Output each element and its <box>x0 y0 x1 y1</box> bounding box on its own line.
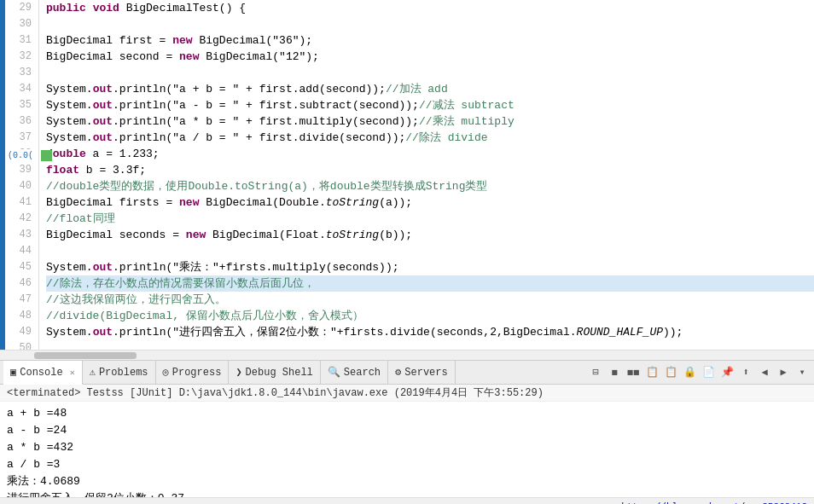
servers-tab-icon: ⚙ <box>395 366 401 379</box>
pin-icon[interactable]: 📌 <box>718 364 736 381</box>
console-tab-debug-shell[interactable]: ❯Debug Shell <box>229 361 320 385</box>
terminate-all-icon[interactable]: ◼◼ <box>625 364 642 381</box>
line-number: 37 <box>5 130 32 146</box>
code-line <box>46 243 814 259</box>
line-number: 44 <box>5 243 32 259</box>
console-tab-problems[interactable]: ⚠Problems <box>83 361 156 385</box>
code-line: //除法，存在小数点的情况需要保留小数点后面几位， <box>46 275 814 292</box>
console-output-area: a + b =48a - b =24a * b =432a / b =3乘法：4… <box>0 402 814 497</box>
scroll-lock-icon[interactable]: 🔒 <box>681 364 698 381</box>
code-line: System.out.println("乘法："+firsts.multiply… <box>46 259 814 275</box>
line-number: 32 <box>5 49 32 65</box>
console-panel: ▣Console✕⚠Problems◎Progress❯Debug Shell🔍… <box>0 360 814 504</box>
scrollbar-thumb[interactable] <box>34 352 137 359</box>
problems-tab-icon: ⚠ <box>90 366 96 379</box>
code-line <box>46 340 814 350</box>
new-page-icon[interactable]: 📄 <box>700 364 717 381</box>
line-number: 33 <box>5 65 32 81</box>
console-output-line: 进行四舍五入，保留2位小数：0.37 <box>7 490 807 497</box>
console-tab-label: Console <box>20 367 62 379</box>
collapse-icon[interactable]: ⬆ <box>737 364 754 381</box>
line-number: 39 <box>5 162 32 178</box>
prev-icon[interactable]: ◀ <box>756 364 773 381</box>
line-number: 31 <box>5 32 32 49</box>
code-line: //double类型的数据，使用Double.toString(a)，将doub… <box>46 178 814 194</box>
paste-icon[interactable]: 📋 <box>662 364 679 381</box>
console-run-header: <terminated> Testss [JUnit] D:\java\jdk1… <box>0 385 814 402</box>
code-line: public void BigDecimalTest() { <box>46 0 814 16</box>
code-line: BigDecimal firsts = new BigDecimal(Doubl… <box>46 194 814 211</box>
code-line: BigDecimal second = new BigDecimal("12")… <box>46 49 814 65</box>
console-output-line: a + b =48 <box>7 405 807 422</box>
close-tab-icon[interactable]: ✕ <box>70 368 75 378</box>
line-number: 30 <box>5 16 32 32</box>
copy-icon[interactable]: 📋 <box>643 364 660 381</box>
code-line: BigDecimal seconds = new BigDecimal(Floa… <box>46 227 814 243</box>
line-number: 46 <box>5 275 32 292</box>
code-line: double a = 1.233; <box>46 146 814 162</box>
code-line: System.out.println("a - b = " + first.su… <box>46 97 814 113</box>
next-icon[interactable]: ▶ <box>775 364 792 381</box>
left-indicator: (0.0( <box>5 149 36 162</box>
servers-tab-label: Servers <box>404 367 447 379</box>
console-tab-console[interactable]: ▣Console✕ <box>3 361 83 385</box>
code-line: //divide(BigDecimal, 保留小数点后几位小数，舍入模式） <box>46 308 814 324</box>
code-line: float b = 3.3f; <box>46 162 814 178</box>
console-tab-servers[interactable]: ⚙Servers <box>388 361 456 385</box>
console-output-line: a - b =24 <box>7 422 807 439</box>
code-editor: (0.0( 2930313233343536373839404142434445… <box>0 0 814 350</box>
line-number: 34 <box>5 81 32 97</box>
code-line: //这边我保留两位，进行四舍五入。 <box>46 292 814 308</box>
search-tab-label: Search <box>344 367 381 379</box>
search-tab-icon: 🔍 <box>328 366 340 379</box>
line-number: 48 <box>5 308 32 324</box>
line-number: 35 <box>5 97 32 113</box>
console-toolbar: ⊟◼◼◼📋📋🔒📄📌⬆◀▶▾ <box>587 364 814 381</box>
status-url: https://blog.csdn.net/qq_35868412 <box>621 501 807 505</box>
line-number: 41 <box>5 194 32 211</box>
console-output-line: a * b =432 <box>7 439 807 456</box>
debug-shell-tab-label: Debug Shell <box>246 367 313 379</box>
line-number: 50 <box>5 340 32 350</box>
line-number: 29 <box>5 0 32 16</box>
code-line <box>46 16 814 32</box>
progress-tab-icon: ◎ <box>163 366 169 379</box>
progress-tab-label: Progress <box>172 367 222 379</box>
line-number: 36 <box>5 113 32 130</box>
line-number: 42 <box>5 211 32 227</box>
console-tab-search[interactable]: 🔍Search <box>321 361 388 385</box>
line-number: 43 <box>5 227 32 243</box>
code-line: System.out.println("a * b = " + first.mu… <box>46 113 814 130</box>
line-number: 40 <box>5 178 32 194</box>
console-tab-progress[interactable]: ◎Progress <box>156 361 230 385</box>
line-number: 49 <box>5 324 32 340</box>
code-line: System.out.println("a / b = " + first.di… <box>46 130 814 146</box>
line-number: 47 <box>5 292 32 308</box>
code-content-area[interactable]: public void BigDecimalTest() { BigDecima… <box>39 0 814 350</box>
line-number: 45 <box>5 259 32 275</box>
line-numbers-gutter: 2930313233343536373839404142434445464748… <box>5 0 39 350</box>
console-output-line: a / b =3 <box>7 456 807 473</box>
status-bar: https://blog.csdn.net/qq_35868412 <box>0 497 814 504</box>
green-status-indicator <box>41 150 52 161</box>
console-tab-bar: ▣Console✕⚠Problems◎Progress❯Debug Shell🔍… <box>0 361 814 385</box>
code-line <box>46 65 814 81</box>
code-line: System.out.println("进行四舍五入，保留2位小数："+firs… <box>46 324 814 340</box>
horizontal-scrollbar[interactable] <box>0 350 814 360</box>
stop-icon[interactable]: ◼ <box>606 364 623 381</box>
debug-shell-tab-icon: ❯ <box>235 366 241 379</box>
menu-icon[interactable]: ▾ <box>794 364 811 381</box>
console-tab-icon: ▣ <box>10 366 16 379</box>
problems-tab-label: Problems <box>99 367 148 379</box>
clear-console-icon[interactable]: ⊟ <box>587 364 604 381</box>
code-line: System.out.println("a + b = " + first.ad… <box>46 81 814 97</box>
console-output-line: 乘法：4.0689 <box>7 473 807 490</box>
code-line: BigDecimal first = new BigDecimal("36"); <box>46 32 814 49</box>
code-line: //float同理 <box>46 211 814 227</box>
